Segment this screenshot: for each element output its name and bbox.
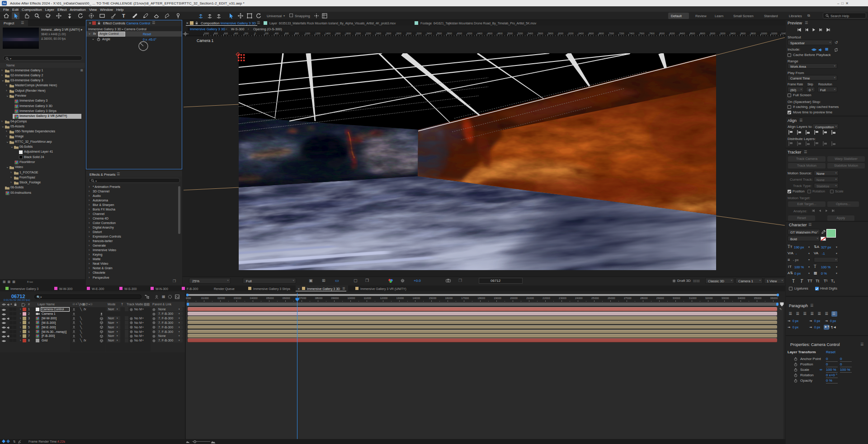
svg-text:Camera 1: Camera 1 (197, 38, 214, 43)
